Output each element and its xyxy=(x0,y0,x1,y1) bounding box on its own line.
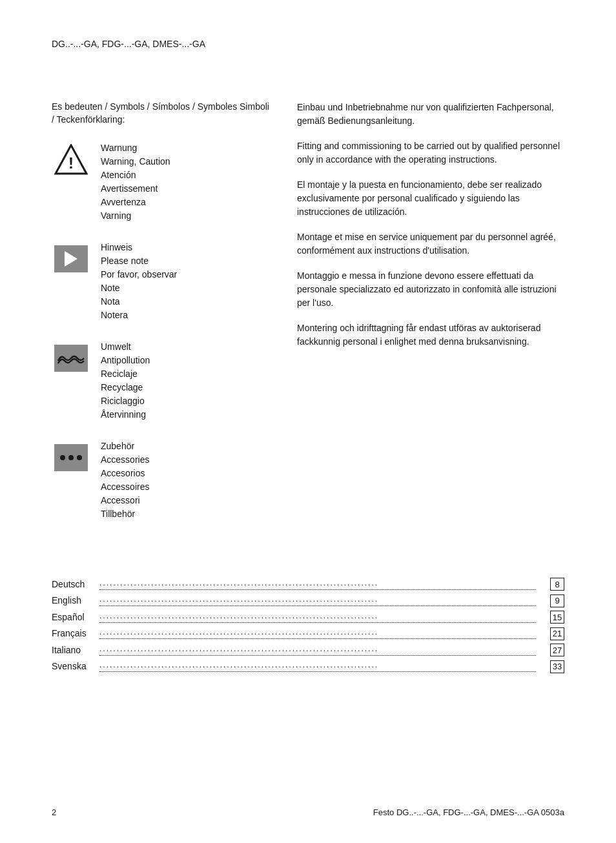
arrow-box xyxy=(54,245,88,272)
page-box-italiano: 27 xyxy=(550,644,564,656)
dots-box xyxy=(54,444,88,471)
page-box-svenska: 33 xyxy=(550,660,564,673)
arrow-right-shape xyxy=(65,251,77,267)
toc-dots-deutsch: ........................................… xyxy=(99,578,536,590)
toc-row-espanol: Español ................................… xyxy=(52,611,564,625)
toc-label-svenska: Svenska xyxy=(52,661,97,671)
footer: 2 Festo DG..-...-GA, FDG-...-GA, DMES-..… xyxy=(52,807,564,817)
page-box-deutsch: 8 xyxy=(550,578,564,591)
warning-text: WarnungWarning, CautionAtenciónAvertisse… xyxy=(101,141,271,223)
para-en: Fitting and commissioning to be carried … xyxy=(297,139,564,167)
toc-page-espanol: 15 xyxy=(539,611,564,624)
para-it: Montaggio e messa in funzione devono ess… xyxy=(297,269,564,310)
svg-text:!: ! xyxy=(68,154,74,172)
toc-dots-svenska: ........................................… xyxy=(99,660,536,672)
note-icon xyxy=(52,241,90,276)
toc-dots-english: ........................................… xyxy=(99,594,536,606)
symbols-header: Es bedeuten / Symbols / Símbolos / Symbo… xyxy=(52,101,271,126)
main-content: Es bedeuten / Symbols / Símbolos / Symbo… xyxy=(52,101,564,539)
toc-label-espanol: Español xyxy=(52,612,97,622)
para-fr: Montage et mise en service uniquement pa… xyxy=(297,230,564,258)
footer-page-number: 2 xyxy=(52,807,56,817)
warning-icon: ! xyxy=(52,141,90,177)
symbol-row-note: HinweisPlease notePor favor, observarNot… xyxy=(52,241,271,322)
toc-dots-francais: ........................................… xyxy=(99,627,536,639)
right-column: Einbau und Inbetriebnahme nur von qualif… xyxy=(297,101,564,539)
toc-page-italiano: 27 xyxy=(539,644,564,656)
para-sv: Montering och idrifttagning får endast u… xyxy=(297,321,564,349)
symbol-row-accessories: ZubehörAccessoriesAccesoriosAccessoiresA… xyxy=(52,440,271,521)
toc-page-english: 9 xyxy=(539,594,564,607)
wave-box xyxy=(54,345,88,372)
toc-section: Deutsch ................................… xyxy=(52,578,564,674)
toc-row-svenska: Svenska ................................… xyxy=(52,660,564,675)
para-es: El montaje y la puesta en funcionamiento… xyxy=(297,178,564,219)
page-box-espanol: 15 xyxy=(550,611,564,624)
toc-label-italiano: Italiano xyxy=(52,645,97,655)
symbol-row-warning: ! WarnungWarning, CautionAtenciónAvertis… xyxy=(52,141,271,223)
dot-1 xyxy=(60,455,65,460)
recycle-icon xyxy=(52,340,90,376)
recycle-text: UmweltAntipollutionReciclajeRecyclageRic… xyxy=(101,340,271,421)
accessories-text: ZubehörAccessoriesAccesoriosAccessoiresA… xyxy=(101,440,271,521)
page-box-english: 9 xyxy=(550,594,564,607)
document-title: DG..-...-GA, FDG-...-GA, DMES-...-GA xyxy=(52,39,564,49)
toc-page-deutsch: 8 xyxy=(539,578,564,591)
dot-2 xyxy=(68,455,74,460)
warning-triangle-svg: ! xyxy=(54,144,88,175)
toc-label-english: English xyxy=(52,595,97,605)
toc-dots-espanol: ........................................… xyxy=(99,611,536,623)
symbol-row-recycle: UmweltAntipollutionReciclajeRecyclageRic… xyxy=(52,340,271,421)
toc-row-deutsch: Deutsch ................................… xyxy=(52,578,564,592)
toc-label-francais: Français xyxy=(52,628,97,638)
page-box-francais: 21 xyxy=(550,627,564,640)
dot-3 xyxy=(77,455,82,460)
page: DG..-...-GA, FDG-...-GA, DMES-...-GA Es … xyxy=(0,0,616,843)
wave-svg xyxy=(57,352,85,365)
toc-dots-italiano: ........................................… xyxy=(99,644,536,656)
toc-row-english: English ................................… xyxy=(52,594,564,609)
toc-label-deutsch: Deutsch xyxy=(52,579,97,589)
footer-product-name: Festo DG..-...-GA, FDG-...-GA, DMES-...-… xyxy=(373,807,564,817)
toc-page-francais: 21 xyxy=(539,627,564,640)
toc-page-svenska: 33 xyxy=(539,660,564,673)
accessories-icon xyxy=(52,440,90,475)
left-column: Es bedeuten / Symbols / Símbolos / Symbo… xyxy=(52,101,271,539)
toc-row-francais: Français ...............................… xyxy=(52,627,564,642)
note-text: HinweisPlease notePor favor, observarNot… xyxy=(101,241,271,322)
toc-row-italiano: Italiano ...............................… xyxy=(52,644,564,658)
para-de: Einbau und Inbetriebnahme nur von qualif… xyxy=(297,101,564,128)
